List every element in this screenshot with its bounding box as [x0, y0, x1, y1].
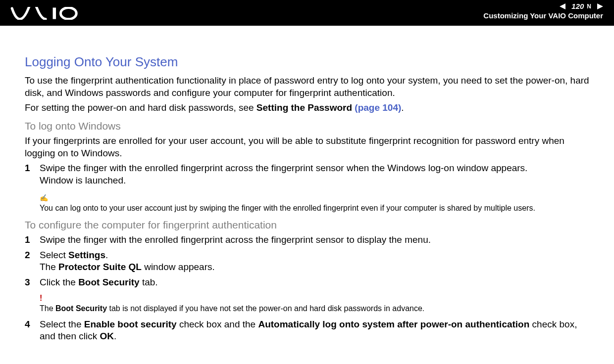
step-text: Swipe the finger with the enrolled finge…	[40, 234, 431, 245]
page-nav[interactable]: 120 N	[560, 2, 603, 10]
page-link[interactable]: (page 104)	[355, 102, 401, 113]
vaio-logo	[10, 7, 84, 20]
text-fragment: check box and the	[177, 319, 258, 329]
text-fragment: Select the	[40, 319, 84, 329]
page-header: 120 N Customizing Your VAIO Computer	[0, 0, 614, 26]
text-fragment: Select	[40, 250, 68, 260]
list-item: 3 Click the Boot Security tab.	[25, 276, 589, 289]
note-icon: ✍	[40, 194, 589, 202]
svg-marker-2	[560, 3, 565, 9]
step-number: 4	[25, 318, 30, 331]
text-fragment: .	[105, 250, 108, 260]
step-text: The Protector Suite QL window appears.	[40, 262, 215, 272]
text-fragment: tab is not displayed if you have not set…	[107, 304, 424, 313]
step-text: Swipe the finger with the enrolled finge…	[40, 163, 527, 173]
text-bold: Automatically log onto system after powe…	[258, 319, 529, 329]
subheading-configure-fingerprint: To configure the computer for fingerprin…	[25, 219, 589, 231]
page-number: 120	[571, 2, 584, 10]
note-text: You can log onto to your user account ju…	[40, 203, 589, 213]
page-title: Logging Onto Your System	[25, 54, 589, 70]
step-text: Window is launched.	[40, 175, 126, 185]
text-bold: OK	[100, 331, 114, 341]
text-fragment: .	[114, 331, 116, 341]
step-text: Click the Boot Security tab.	[40, 277, 158, 287]
list-item: 1 Swipe the finger with the enrolled fin…	[25, 234, 589, 246]
text-fragment: The	[40, 304, 55, 313]
nav-letter: N	[587, 3, 591, 10]
warning-text: The Boot Security tab is not displayed i…	[40, 304, 589, 314]
nav-next-icon[interactable]	[594, 3, 603, 9]
subheading-log-onto-windows: To log onto Windows	[25, 120, 589, 132]
svg-marker-3	[597, 3, 603, 9]
sub1-paragraph: If your fingerprints are enrolled for yo…	[25, 135, 589, 159]
warning-icon: !	[40, 294, 589, 303]
text-fragment: Click the	[40, 277, 78, 287]
step-text: Select Settings.	[40, 250, 108, 260]
step-text: Select the Enable boot security check bo…	[40, 319, 577, 342]
text-bold: Protector Suite QL	[58, 262, 142, 272]
text-fragment: The	[40, 262, 58, 272]
text-bold: Boot Security	[55, 304, 107, 313]
intro-paragraph-2: For setting the power-on and hard disk p…	[25, 102, 589, 114]
text-fragment: tab.	[140, 277, 158, 287]
svg-point-1	[60, 7, 76, 19]
text-bold: Setting the Password	[256, 102, 355, 113]
nav-prev-icon[interactable]	[560, 3, 568, 9]
section-title: Customizing Your VAIO Computer	[483, 11, 603, 20]
list-item: 1 Swipe the finger with the enrolled fin…	[25, 162, 589, 186]
svg-rect-0	[53, 7, 56, 19]
header-right: 120 N Customizing Your VAIO Computer	[483, 2, 603, 20]
text-fragment: For setting the power-on and hard disk p…	[25, 102, 256, 113]
text-bold: Settings	[68, 250, 105, 260]
text-bold: Enable boot security	[84, 319, 177, 329]
step-number: 2	[25, 249, 30, 262]
list-item: 2 Select Settings. The Protector Suite Q…	[25, 249, 589, 273]
list-item: 4 Select the Enable boot security check …	[25, 318, 589, 343]
step-number: 3	[25, 276, 30, 289]
step-number: 1	[25, 162, 30, 175]
step-number: 1	[25, 234, 30, 246]
intro-paragraph-1: To use the fingerprint authentication fu…	[25, 75, 589, 99]
text-bold: Boot Security	[78, 277, 140, 287]
text-fragment: .	[401, 102, 404, 113]
page-content: Logging Onto Your System To use the fing…	[0, 26, 614, 343]
text-fragment: window appears.	[142, 262, 215, 272]
